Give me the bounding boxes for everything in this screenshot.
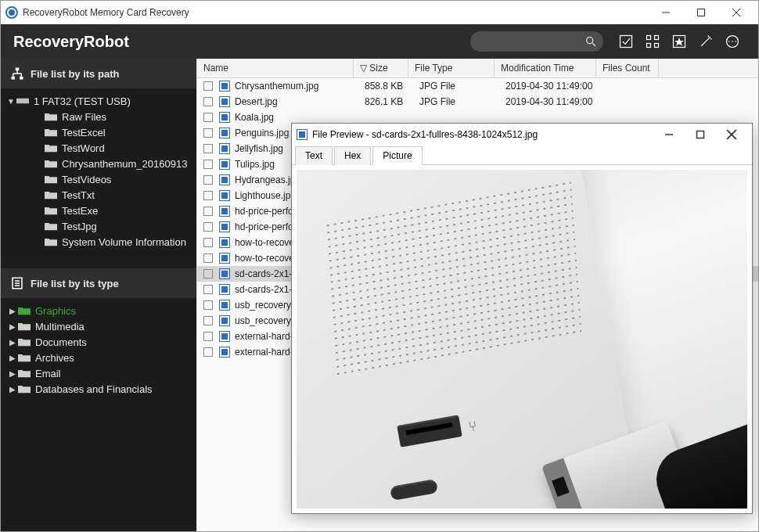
checkbox-tool-icon[interactable]: [617, 33, 635, 50]
row-checkbox[interactable]: [203, 269, 213, 279]
preview-tabs: Text Hex Picture: [292, 146, 752, 165]
row-checkbox[interactable]: [203, 160, 213, 169]
close-button[interactable]: [718, 1, 754, 24]
folder-node[interactable]: TestVideos: [1, 171, 196, 187]
folder-icon: [18, 384, 31, 394]
folder-icon: [45, 221, 57, 231]
favorite-icon[interactable]: [671, 33, 688, 50]
folder-label: TestTxt: [62, 189, 95, 201]
svg-line-13: [701, 37, 710, 46]
file-name: Desert.jpg: [235, 96, 365, 107]
svg-point-4: [587, 38, 593, 44]
image-file-icon: [219, 221, 230, 232]
type-node[interactable]: ▶ Databases and Financials: [1, 381, 196, 397]
preview-minimize-button[interactable]: [653, 124, 685, 146]
folder-node[interactable]: Raw Files: [1, 109, 196, 124]
row-checkbox[interactable]: [203, 113, 213, 122]
folder-icon: [18, 353, 31, 362]
svg-point-17: [728, 41, 730, 42]
svg-point-18: [732, 41, 733, 42]
row-checkbox[interactable]: [203, 175, 213, 185]
col-size[interactable]: ▽ Size: [354, 59, 408, 77]
file-size: 858.8 KB: [365, 81, 419, 92]
file-row[interactable]: Desert.jpg 826.1 KB JPG File 2019-04-30 …: [197, 94, 758, 110]
row-checkbox[interactable]: [203, 238, 213, 247]
type-panel-label: File list by its type: [31, 278, 119, 289]
list-icon: [10, 276, 24, 290]
image-file-icon: [219, 143, 230, 154]
row-checkbox[interactable]: [203, 332, 213, 341]
row-checkbox[interactable]: [203, 222, 213, 232]
folder-node[interactable]: TestJpg: [1, 218, 196, 234]
search-icon: [585, 35, 597, 48]
preview-maximize-button[interactable]: [685, 124, 716, 146]
col-count[interactable]: Files Count: [596, 59, 659, 77]
preview-close-button[interactable]: [716, 124, 747, 146]
folder-node[interactable]: Chrysanthemum_20160913: [1, 156, 196, 171]
svg-rect-21: [12, 77, 16, 80]
svg-rect-6: [621, 36, 632, 48]
folder-label: Raw Files: [62, 111, 106, 123]
row-checkbox[interactable]: [203, 316, 213, 325]
caret-right-icon: ▶: [9, 354, 16, 362]
tab-hex[interactable]: Hex: [334, 146, 371, 165]
svg-rect-9: [647, 44, 651, 48]
svg-point-19: [735, 41, 736, 42]
row-checkbox[interactable]: [203, 191, 213, 200]
grid-view-icon[interactable]: [644, 33, 661, 50]
type-node[interactable]: ▶ Graphics: [1, 303, 196, 318]
svg-rect-27: [16, 99, 29, 104]
folder-label: TestJpg: [62, 221, 97, 232]
minimize-button[interactable]: [648, 1, 683, 24]
preview-title-bar[interactable]: File Preview - sd-cards-2x1-fullres-8438…: [292, 124, 752, 146]
type-label: Email: [35, 368, 61, 379]
folder-icon: [45, 159, 57, 168]
image-file-icon: [219, 174, 230, 185]
col-name[interactable]: Name: [197, 59, 354, 77]
folder-node[interactable]: TestExcel: [1, 124, 196, 140]
col-type[interactable]: File Type: [408, 59, 495, 77]
folder-node[interactable]: System Volume Information: [1, 234, 196, 250]
folder-node[interactable]: TestTxt: [1, 187, 196, 203]
row-checkbox[interactable]: [203, 347, 213, 357]
row-checkbox[interactable]: [203, 285, 213, 294]
type-label: Archives: [35, 352, 74, 364]
svg-rect-7: [647, 36, 651, 40]
row-checkbox[interactable]: [203, 97, 213, 106]
file-row[interactable]: Chrysanthemum.jpg 858.8 KB JPG File 2019…: [197, 78, 758, 94]
folder-icon: [45, 206, 57, 215]
type-node[interactable]: ▶ Email: [1, 365, 196, 381]
caret-right-icon: ▶: [9, 307, 16, 315]
svg-rect-33: [697, 131, 704, 138]
file-mod: 2019-04-30 11:49:00: [505, 96, 607, 107]
row-checkbox[interactable]: [203, 144, 213, 153]
type-label: Graphics: [35, 305, 76, 317]
folder-icon: [45, 237, 57, 246]
preview-image: ⑂: [297, 170, 747, 509]
maximize-button[interactable]: [683, 1, 718, 24]
col-mod[interactable]: Modification Time: [495, 59, 596, 77]
more-icon[interactable]: [724, 33, 741, 50]
file-mod: 2019-04-30 11:49:00: [505, 81, 607, 92]
wand-icon[interactable]: [697, 33, 714, 50]
folder-node[interactable]: TestExe: [1, 203, 196, 218]
type-node[interactable]: ▶ Documents: [1, 334, 196, 350]
row-checkbox[interactable]: [203, 253, 213, 263]
tab-text[interactable]: Text: [295, 146, 333, 165]
type-node[interactable]: ▶ Archives: [1, 350, 196, 365]
row-checkbox[interactable]: [203, 81, 213, 91]
type-node[interactable]: ▶ Multimedia: [1, 318, 196, 334]
image-file-icon: [219, 128, 230, 138]
folder-label: System Volume Information: [62, 236, 186, 248]
column-headers: Name ▽ Size File Type Modification Time …: [197, 59, 758, 78]
folder-label: TestVideos: [62, 174, 111, 185]
search-input[interactable]: [470, 31, 603, 52]
preview-window[interactable]: File Preview - sd-cards-2x1-fullres-8438…: [291, 123, 753, 514]
tab-picture[interactable]: Picture: [372, 146, 422, 165]
row-checkbox[interactable]: [203, 300, 213, 310]
folder-node[interactable]: TestWord: [1, 140, 196, 156]
row-checkbox[interactable]: [203, 128, 213, 138]
row-checkbox[interactable]: [203, 207, 213, 216]
svg-rect-20: [16, 68, 20, 71]
drive-node[interactable]: ▼ 1 FAT32 (TEST USB): [1, 93, 196, 109]
